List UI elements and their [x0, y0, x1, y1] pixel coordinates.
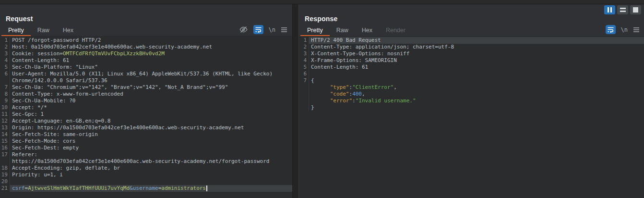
line-number: 17 [0, 151, 10, 158]
code-line[interactable]: Sec-Fetch-Site: same-origin [10, 131, 292, 138]
single-pane-icon [633, 7, 638, 12]
response-title: Response [305, 15, 338, 23]
editor-menu-icon[interactable] [281, 27, 287, 33]
code-line[interactable]: Content-Length: 61 [10, 57, 292, 64]
code-line[interactable] [10, 178, 292, 185]
line-number: 16 [0, 145, 10, 151]
code-line[interactable]: Cookie: session=OMTFCdFRfQTmVUvFCbpLXzzk… [10, 50, 292, 57]
word-wrap-icon [255, 26, 262, 33]
tab-pretty[interactable]: Pretty [300, 25, 330, 37]
code-line[interactable]: Sec-Fetch-Mode: cors [10, 138, 292, 145]
request-editor[interactable]: 1POST /forgot-password HTTP/22Host: 0a15… [0, 36, 292, 198]
request-row-13: 13Origin: https://0a1500d703efa042cef3e1… [0, 124, 292, 131]
line-number: 2 [0, 44, 10, 50]
response-editor-icons: \n [606, 25, 640, 37]
response-panel: Response PrettyRawHexRender \n [298, 4, 644, 198]
code-line[interactable]: Sec-Ch-Ua: "Chromium";v="142", "Brave";v… [10, 84, 292, 91]
line-number: 5 [0, 64, 10, 71]
code-line[interactable]: Accept-Encoding: gzip, deflate, br [10, 165, 292, 172]
line-number [0, 158, 10, 165]
code-line[interactable]: csrf=AjtwveSlHmtWkYIafTHHfUUUi7uvYqMd&us… [10, 185, 292, 192]
code-line[interactable]: Sec-Gpc: 1 [10, 111, 292, 118]
code-line[interactable]: Content-Length: 61 [309, 64, 644, 71]
word-wrap-button[interactable] [606, 25, 616, 34]
line-number: 9 [0, 98, 10, 104]
response-editor[interactable]: 1HTTP/2 400 Bad Request2Content-Type: ap… [299, 36, 644, 198]
request-row-10: 10Accept: */* [0, 104, 292, 111]
code-line[interactable]: Sec-Ch-Ua-Mobile: ?0 [10, 98, 292, 104]
code-line[interactable]: } [309, 104, 644, 111]
line-number: 10 [0, 104, 10, 111]
code-line[interactable]: User-Agent: Mozilla/5.0 (X11; Linux x86_… [10, 71, 292, 77]
tab-raw[interactable]: Raw [31, 25, 56, 37]
code-line[interactable]: Accept: */* [10, 104, 292, 111]
rows-view-button[interactable] [617, 5, 628, 14]
newline-toggle[interactable]: \n [621, 26, 628, 33]
request-row-6: 6User-Agent: Mozilla/5.0 (X11; Linux x86… [0, 71, 292, 77]
line-number: 8 [0, 91, 10, 98]
code-line[interactable]: { [309, 77, 644, 84]
request-row-9: 9Sec-Ch-Ua-Mobile: ?0 [0, 98, 292, 104]
code-line[interactable]: Sec-Ch-Ua-Platform: "Linux" [10, 64, 292, 71]
code-line[interactable]: Chrome/142.0.0.0 Safari/537.36 [10, 77, 292, 84]
request-row-14: 14Sec-Fetch-Site: same-origin [0, 131, 292, 138]
code-line[interactable]: Origin: https://0a1500d703efa042cef3e1e4… [10, 124, 292, 131]
rows-icon [620, 8, 626, 12]
code-line[interactable]: "error":"Invalid username." [309, 98, 644, 104]
tab-pretty[interactable]: Pretty [1, 25, 31, 37]
line-number: 7 [299, 77, 309, 84]
code-line[interactable]: Priority: u=1, i [10, 172, 292, 178]
request-tabbar: PrettyRawHex \ [0, 24, 292, 37]
code-line[interactable]: Host: 0a1500d703efa042cef3e1e400e600ac.w… [10, 44, 292, 50]
code-line[interactable]: Content-Type: application/json; charset=… [309, 44, 644, 50]
response-row-4: 4X-Frame-Options: SAMEORIGIN [299, 57, 644, 64]
code-line[interactable]: Sec-Fetch-Dest: empty [10, 145, 292, 151]
single-view-button[interactable] [630, 5, 641, 14]
code-line[interactable]: POST /forgot-password HTTP/2 [10, 37, 292, 44]
request-panel: Request PrettyRawHex [0, 4, 293, 198]
request-header: Request [0, 4, 292, 24]
code-line[interactable]: Content-Type: x-www-form-urlencoded [10, 91, 292, 98]
response-header: Response [299, 4, 644, 24]
layout-toggle-group [604, 5, 641, 14]
editor-menu-icon[interactable] [633, 27, 640, 33]
tab-raw[interactable]: Raw [330, 25, 355, 37]
response-row-7: 7{ [299, 77, 644, 84]
newline-toggle[interactable]: \n [269, 26, 275, 33]
code-line[interactable]: "code":400, [309, 91, 644, 98]
response-row-wrap: "code":400, [299, 91, 644, 98]
code-line[interactable]: "type":"ClientError", [309, 84, 644, 91]
code-line[interactable] [309, 71, 644, 77]
response-tabbar: PrettyRawHexRender \n [299, 24, 644, 37]
tab-hex[interactable]: Hex [355, 25, 379, 37]
code-line[interactable]: https://0a1500d703efa042cef3e1e400e600ac… [10, 158, 292, 165]
line-number: 12 [0, 118, 10, 124]
tab-hex[interactable]: Hex [56, 25, 80, 37]
request-row-11: 11Sec-Gpc: 1 [0, 111, 292, 118]
request-row-20: 20 [0, 178, 292, 185]
line-number [299, 104, 309, 111]
code-line[interactable]: X-Content-Type-Options: nosniff [309, 50, 644, 57]
request-row-21: 21csrf=AjtwveSlHmtWkYIafTHHfUUUi7uvYqMd&… [0, 185, 292, 192]
request-row-12: 12Accept-Language: en-GB,en;q=0.8 [0, 118, 292, 124]
line-number: 13 [0, 124, 10, 131]
line-number: 4 [299, 57, 309, 64]
response-row-1: 1HTTP/2 400 Bad Request [299, 37, 644, 44]
repeater-message-view: Request PrettyRawHex [0, 0, 644, 198]
columns-icon [608, 7, 609, 12]
code-line[interactable]: X-Frame-Options: SAMEORIGIN [309, 57, 644, 64]
code-line[interactable]: HTTP/2 400 Bad Request [309, 37, 644, 44]
request-row-3: 3Cookie: session=OMTFCdFRfQTmVUvFCbpLXzz… [0, 50, 292, 57]
line-number: 5 [299, 64, 309, 71]
code-line[interactable]: Referer: [10, 151, 292, 158]
response-row-3: 3X-Content-Type-Options: nosniff [299, 50, 644, 57]
line-number: 14 [0, 131, 10, 138]
columns-view-button[interactable] [604, 5, 615, 14]
hide-matches-icon[interactable] [239, 25, 248, 34]
line-number [299, 84, 309, 91]
code-line[interactable]: Accept-Language: en-GB,en;q=0.8 [10, 118, 292, 124]
response-row-6: 6 [299, 71, 644, 77]
request-row-wrap: Chrome/142.0.0.0 Safari/537.36 [0, 77, 292, 84]
request-row-1: 1POST /forgot-password HTTP/2 [0, 37, 292, 44]
word-wrap-button[interactable] [253, 25, 263, 34]
